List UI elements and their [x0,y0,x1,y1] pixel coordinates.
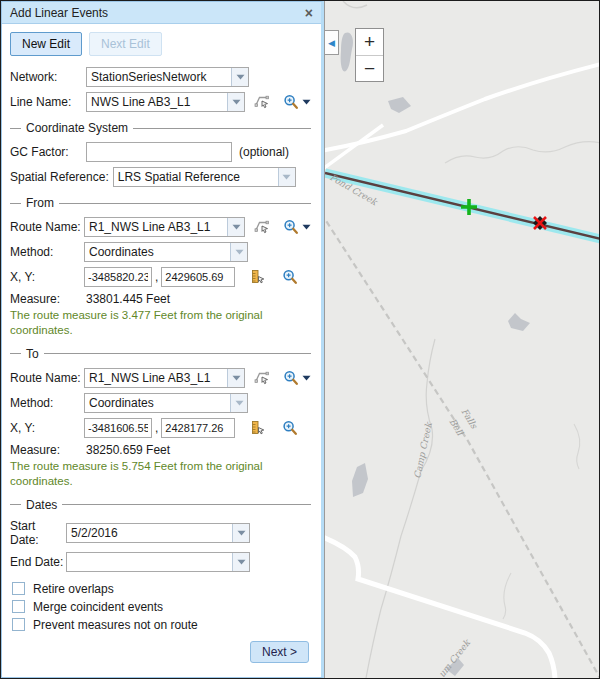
to-route-name-row: Route Name: R1_NWS Line AB3_L1 [10,368,311,388]
network-row: Network: StationSeriesNetwork [10,67,311,87]
start-date-label: Start Date: [10,519,66,547]
merge-coincident-label: Merge coincident events [33,600,163,614]
to-y-input[interactable] [161,418,235,438]
chevron-down-icon[interactable] [232,524,249,542]
from-xy-row: X, Y: , [10,267,311,287]
section-to: To [10,347,311,361]
gc-factor-row: GC Factor: (optional) [10,142,311,162]
gc-factor-input[interactable] [86,142,232,162]
zoom-to-route-icon[interactable] [283,370,299,386]
to-xy-row: X, Y: , [10,418,311,438]
spatial-reference-dropdown[interactable]: LRS Spatial Reference [113,167,296,187]
to-method-label: Method: [10,396,84,410]
chevron-down-icon[interactable] [278,168,295,186]
collapse-arrow-icon: ◀ [328,38,335,48]
end-date-dropdown[interactable] [66,552,250,572]
zoom-to-route-icon[interactable] [283,219,299,235]
app-window: Add Linear Events × New Edit Next Edit N… [0,0,600,679]
chevron-down-icon[interactable] [227,93,244,111]
to-measure-label: Measure: [10,443,86,457]
network-dropdown[interactable]: StationSeriesNetwork [86,67,249,87]
select-line-on-map-icon[interactable] [254,94,270,110]
gc-factor-label: GC Factor: [10,145,86,159]
creek [445,142,600,163]
pick-coordinates-icon[interactable] [250,420,266,436]
from-xy-label: X, Y: [10,270,84,284]
to-measure-hint: The route measure is 5.754 Feet from the… [10,459,311,489]
panel-header: Add Linear Events × [2,2,321,24]
zoom-out-button[interactable]: − [356,55,383,81]
creek [574,424,580,469]
from-measure-hint: The route measure is 3.477 Feet from the… [10,308,311,338]
chevron-down-icon[interactable] [227,369,244,387]
pond [508,313,530,331]
zoom-options-caret-icon[interactable] [302,99,311,105]
from-route-name-row: Route Name: R1_NWS Line AB3_L1 [10,217,311,237]
from-x-input[interactable] [84,267,152,287]
pond [341,32,353,71]
next-button[interactable]: Next > [250,641,309,663]
network-label: Network: [10,70,86,84]
end-date-row: End Date: [10,552,311,572]
merge-coincident-checkbox[interactable] [12,600,25,613]
chevron-down-icon[interactable] [231,68,248,86]
creek [503,573,511,619]
section-dates: Dates [10,498,311,512]
chevron-down-icon[interactable] [230,394,247,412]
optional-note: (optional) [239,145,289,159]
from-measure-label: Measure: [10,292,86,306]
from-measure-row: Measure: 33801.445 Feet [10,292,311,306]
start-date-dropdown[interactable]: 5/2/2016 [66,523,250,543]
from-method-dropdown[interactable]: Coordinates [84,242,248,262]
merge-coincident-row: Merge coincident events [12,600,311,614]
zoom-in-button[interactable]: + [356,29,383,55]
line-name-dropdown[interactable]: NWS Line AB3_L1 [86,92,245,112]
to-method-row: Method: Coordinates [10,393,311,413]
from-route-name-dropdown[interactable]: R1_NWS Line AB3_L1 [84,217,245,237]
new-edit-button[interactable]: New Edit [10,32,82,56]
start-date-row: Start Date: 5/2/2016 [10,519,311,547]
spatial-reference-label: Spatial Reference: [10,170,109,184]
road [325,536,555,678]
panel-collapse-tab[interactable]: ◀ [325,30,339,55]
add-linear-events-panel: Add Linear Events × New Edit Next Edit N… [1,1,324,678]
prevent-measures-checkbox[interactable] [12,618,25,631]
to-measure-value: 38250.659 Feet [86,443,170,457]
pick-coordinates-icon[interactable] [250,269,266,285]
zoom-options-caret-icon[interactable] [302,375,311,381]
prevent-measures-label: Prevent measures not on route [33,618,198,632]
pond [388,97,411,113]
zoom-options-caret-icon[interactable] [302,224,311,230]
to-method-dropdown[interactable]: Coordinates [84,393,248,413]
chevron-down-icon[interactable] [232,553,249,571]
select-route-on-map-icon[interactable] [254,370,270,386]
from-y-input[interactable] [161,267,235,287]
pond [352,463,368,497]
chevron-down-icon[interactable] [227,218,244,236]
close-icon[interactable]: × [305,6,313,20]
zoom-to-point-icon[interactable] [282,420,298,436]
prevent-measures-row: Prevent measures not on route [12,618,311,632]
to-point-marker[interactable] [533,216,547,230]
basemap: Pond Creek Falls Bell Camp Creek um Cree… [325,1,600,678]
map-viewport[interactable]: Pond Creek Falls Bell Camp Creek um Cree… [324,1,600,678]
creek [343,1,367,8]
spatial-reference-row: Spatial Reference: LRS Spatial Reference [10,167,311,187]
select-route-on-map-icon[interactable] [254,219,270,235]
creek-camp [366,339,435,678]
end-date-label: End Date: [10,555,66,569]
to-x-input[interactable] [84,418,152,438]
line-name-row: Line Name: NWS Line AB3_L1 [10,92,311,112]
chevron-down-icon[interactable] [230,243,247,261]
panel-body: New Edit Next Edit Network: StationSerie… [2,24,321,663]
line-name-label: Line Name: [10,95,86,109]
panel-title: Add Linear Events [10,6,305,20]
zoom-to-point-icon[interactable] [282,269,298,285]
to-route-name-label: Route Name: [10,371,84,385]
section-coordinate-system: Coordinate System [10,121,311,135]
to-route-name-dropdown[interactable]: R1_NWS Line AB3_L1 [84,368,245,388]
retire-overlaps-checkbox[interactable] [12,582,25,595]
retire-overlaps-row: Retire overlaps [12,582,311,596]
from-method-label: Method: [10,245,84,259]
zoom-to-line-icon[interactable] [283,94,299,110]
